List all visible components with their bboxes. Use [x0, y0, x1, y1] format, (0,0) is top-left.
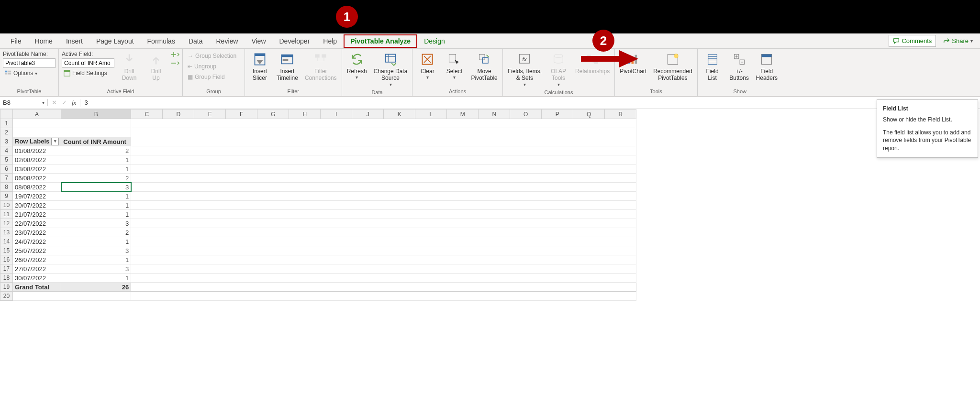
pivot-row-value[interactable]: 1 — [61, 274, 131, 283]
row-header[interactable]: 7 — [0, 174, 13, 183]
row-header[interactable]: 1 — [0, 119, 13, 128]
pivot-row-label[interactable]: 08/08/2022 — [13, 183, 61, 192]
col-header[interactable]: O — [510, 110, 542, 119]
col-header[interactable]: N — [479, 110, 510, 119]
tab-developer[interactable]: Developer — [273, 34, 317, 48]
pivot-row-label[interactable]: 06/08/2022 — [13, 174, 61, 183]
row-header[interactable]: 17 — [0, 264, 13, 274]
row-header[interactable]: 5 — [0, 155, 13, 165]
col-header[interactable]: L — [415, 110, 447, 119]
pivot-row-value[interactable]: 1 — [61, 155, 131, 165]
filter-dropdown-icon[interactable]: ▾ — [51, 138, 59, 145]
tab-data[interactable]: Data — [182, 34, 210, 48]
tab-pivottable-analyze[interactable]: PivotTable Analyze — [344, 34, 417, 48]
pivot-row-label[interactable]: 20/07/2022 — [13, 201, 61, 210]
pivot-row-value[interactable]: 1 — [61, 255, 131, 264]
row-header[interactable]: 11 — [0, 210, 13, 219]
col-header[interactable]: D — [163, 110, 194, 119]
tab-page-layout[interactable]: Page Layout — [89, 34, 141, 48]
col-header[interactable]: C — [131, 110, 163, 119]
options-button[interactable]: Options ▾ — [3, 69, 56, 77]
row-header[interactable]: 3 — [0, 137, 13, 146]
tab-help[interactable]: Help — [316, 34, 344, 48]
col-header[interactable]: H — [289, 110, 321, 119]
row-header[interactable]: 10 — [0, 201, 13, 210]
move-pivottable-button[interactable]: Move PivotTable — [469, 51, 499, 83]
formula-input[interactable]: 3 — [80, 99, 980, 106]
pivot-row-label[interactable]: 01/08/2022 — [13, 146, 61, 155]
pivot-row-label[interactable]: 03/08/2022 — [13, 165, 61, 174]
recommended-pivottables-button[interactable]: Recommended PivotTables — [651, 51, 694, 83]
row-header[interactable]: 14 — [0, 237, 13, 246]
col-header[interactable]: K — [384, 110, 415, 119]
pivot-row-value[interactable]: 3 — [61, 219, 131, 228]
pivot-row-value[interactable]: 1 — [61, 165, 131, 174]
tab-home[interactable]: Home — [28, 34, 59, 48]
name-box[interactable]: B8▾ — [0, 99, 48, 106]
col-header[interactable]: F — [226, 110, 257, 119]
col-header[interactable]: A — [13, 110, 61, 119]
pivot-row-value[interactable]: 2 — [61, 174, 131, 183]
select-all-corner[interactable] — [0, 110, 13, 119]
row-header[interactable]: 4 — [0, 146, 13, 155]
row-header[interactable]: 13 — [0, 228, 13, 237]
pivot-row-value[interactable]: 1 — [61, 210, 131, 219]
collapse-field-icon[interactable] — [171, 60, 179, 66]
col-header[interactable]: I — [321, 110, 352, 119]
row-header[interactable]: 20 — [0, 292, 13, 301]
insert-slicer-button[interactable]: Insert Slicer — [248, 51, 272, 83]
tab-file[interactable]: File — [4, 34, 28, 48]
clear-button[interactable]: Clear▾ — [415, 51, 439, 81]
pivot-row-label[interactable]: 27/07/2022 — [13, 264, 61, 274]
row-header[interactable]: 9 — [0, 192, 13, 201]
pivot-grand-total-label[interactable]: Grand Total — [13, 283, 61, 292]
row-header[interactable]: 16 — [0, 255, 13, 264]
pivot-row-label[interactable]: 26/07/2022 — [13, 255, 61, 264]
col-header[interactable]: Q — [573, 110, 605, 119]
col-header[interactable]: B — [61, 110, 131, 119]
col-header[interactable]: R — [605, 110, 636, 119]
pivot-row-label[interactable]: 23/07/2022 — [13, 228, 61, 237]
select-button[interactable]: Select▾ — [442, 51, 466, 81]
insert-timeline-button[interactable]: Insert Timeline — [275, 51, 300, 83]
tab-formulas[interactable]: Formulas — [141, 34, 182, 48]
pivot-row-value[interactable]: 1 — [61, 201, 131, 210]
change-data-source-button[interactable]: Change Data Source▾ — [372, 51, 410, 88]
pivot-row-value[interactable]: 1 — [61, 237, 131, 246]
row-header[interactable]: 2 — [0, 128, 13, 137]
row-header[interactable]: 12 — [0, 219, 13, 228]
col-header[interactable]: G — [257, 110, 289, 119]
pivot-row-label[interactable]: 02/08/2022 — [13, 155, 61, 165]
pivot-row-value[interactable]: 2 — [61, 146, 131, 155]
row-header[interactable]: 18 — [0, 274, 13, 283]
pivot-row-label[interactable]: 21/07/2022 — [13, 210, 61, 219]
tab-view[interactable]: View — [245, 34, 272, 48]
pivot-row-label[interactable]: 30/07/2022 — [13, 274, 61, 283]
fx-icon[interactable]: fx — [72, 99, 76, 107]
row-header[interactable]: 15 — [0, 246, 13, 255]
tab-review[interactable]: Review — [210, 34, 245, 48]
pivot-row-value[interactable]: 1 — [61, 192, 131, 201]
selected-cell[interactable]: 3 — [61, 183, 131, 192]
cancel-formula-icon[interactable]: ✕ — [52, 99, 57, 106]
worksheet-grid[interactable]: A B C D E F G H I J K L M N O P Q R 1 2 … — [0, 109, 636, 301]
tab-design[interactable]: Design — [417, 34, 452, 48]
active-field-input[interactable] — [62, 58, 114, 68]
row-header[interactable]: 19 — [0, 283, 13, 292]
field-settings-button[interactable]: Field Settings — [62, 69, 114, 77]
share-button[interactable]: Share ▾ — [939, 35, 977, 47]
field-list-button[interactable]: Field List — [701, 51, 724, 83]
pivot-row-label[interactable]: 24/07/2022 — [13, 237, 61, 246]
field-headers-button[interactable]: Field Headers — [754, 51, 780, 83]
pivot-row-value[interactable]: 2 — [61, 228, 131, 237]
pivot-row-value[interactable]: 3 — [61, 264, 131, 274]
col-header[interactable]: M — [447, 110, 479, 119]
pivot-row-label[interactable]: 22/07/2022 — [13, 219, 61, 228]
pivottable-name-input[interactable] — [3, 58, 56, 68]
comments-button[interactable]: Comments — [889, 35, 936, 47]
pivot-grand-total-value[interactable]: 26 — [61, 283, 131, 292]
refresh-button[interactable]: Refresh▾ — [345, 51, 369, 81]
pivot-row-value[interactable]: 3 — [61, 246, 131, 255]
fields-items-sets-button[interactable]: fx Fields, Items, & Sets▾ — [506, 51, 544, 88]
pivot-row-label[interactable]: 19/07/2022 — [13, 192, 61, 201]
